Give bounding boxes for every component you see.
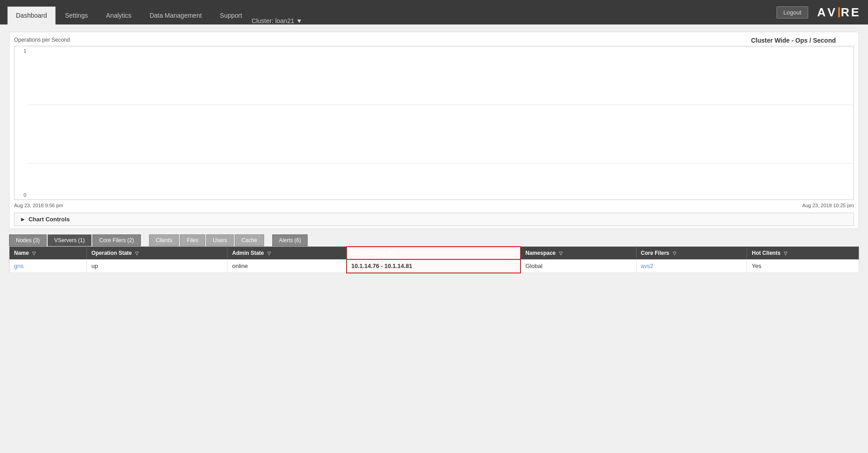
nav-tabs: Dashboard Settings Analytics Data Manage… [7, 0, 302, 24]
header-right: Logout A V R E [776, 5, 861, 19]
tab-core-filers[interactable]: Core Filers (2) [92, 234, 141, 246]
tab-users[interactable]: Users [206, 234, 234, 246]
tab-clients[interactable]: Clients [149, 234, 179, 246]
avere-logo: A V R E [817, 5, 861, 19]
chart-controls[interactable]: ► Chart Controls [14, 213, 854, 226]
col-operation-state: Operation State ▽ [87, 247, 227, 260]
cell-operation-state: up [87, 259, 227, 273]
chart-y-axis: 1 0 [14, 46, 27, 200]
col-name: Name ▽ [10, 247, 87, 260]
chevron-down-icon: ▼ [296, 17, 303, 24]
chart-controls-triangle-icon: ► [20, 216, 26, 223]
chart-wide-label: Cluster Wide - Ops / Second [751, 37, 836, 44]
core-filers-link[interactable]: avs2 [641, 263, 653, 269]
chart-section: Operations per Second Cluster Wide - Ops… [9, 32, 859, 229]
col-namespace: Namespace ▽ [521, 247, 636, 260]
col-admin-state: Admin State ▽ [227, 247, 347, 260]
cell-hot-clients: Yes [747, 259, 859, 273]
chart-area: 1 0 [14, 46, 854, 200]
tab-data-management[interactable]: Data Management [141, 6, 210, 24]
sort-name-icon[interactable]: ▽ [32, 251, 36, 256]
table-row: gns up online 10.1.14.76 - 10.1.14.81 Gl… [10, 259, 859, 273]
name-link[interactable]: gns [14, 263, 24, 269]
tab-cache[interactable]: Cache [235, 234, 264, 246]
table-section: Nodes (3) VServers (1) Core Filers (2) C… [9, 234, 859, 273]
chart-svg [27, 46, 854, 200]
chart-controls-label: Chart Controls [29, 216, 70, 223]
header: Dashboard Settings Analytics Data Manage… [0, 0, 868, 24]
sort-namespace-icon[interactable]: ▽ [559, 251, 563, 256]
sort-operation-state-icon[interactable]: ▽ [135, 251, 139, 256]
chart-title-row: Operations per Second Cluster Wide - Ops… [14, 37, 854, 44]
y-max: 1 [15, 48, 26, 54]
cluster-selector[interactable]: Cluster: loan21 ▼ [251, 17, 302, 24]
table-tabs: Nodes (3) VServers (1) Core Filers (2) C… [9, 234, 859, 246]
y-min: 0 [15, 192, 26, 198]
cell-core-filers: avs2 [636, 259, 747, 273]
tab-dashboard[interactable]: Dashboard [7, 6, 56, 24]
cell-client-facing-ips: 10.1.14.76 - 10.1.14.81 [347, 259, 521, 273]
tab-vservers[interactable]: VServers (1) [48, 234, 92, 246]
col-core-filers: Core Filers ▽ [636, 247, 747, 260]
tab-nodes[interactable]: Nodes (3) [9, 234, 47, 246]
col-client-facing-ips: Client Facing IPs [347, 247, 521, 260]
main-content: Operations per Second Cluster Wide - Ops… [0, 24, 868, 280]
cell-admin-state: online [227, 259, 347, 273]
cell-name: gns [10, 259, 87, 273]
chart-timestamps: Aug 23, 2018 9:56 pm Aug 23, 2018 10:25 … [14, 202, 854, 209]
tab-settings[interactable]: Settings [57, 6, 97, 24]
sort-core-filers-icon[interactable]: ▽ [673, 251, 676, 256]
cell-namespace: Global [521, 259, 636, 273]
logout-button[interactable]: Logout [776, 6, 808, 19]
tab-support[interactable]: Support [211, 6, 251, 24]
tab-alerts[interactable]: Alerts (6) [272, 234, 308, 246]
chart-time-start: Aug 23, 2018 9:56 pm [14, 203, 63, 208]
sort-admin-state-icon[interactable]: ▽ [267, 251, 271, 256]
table-header-row: Name ▽ Operation State ▽ Admin State ▽ C… [10, 247, 859, 260]
tab-analytics[interactable]: Analytics [97, 6, 140, 24]
tab-files[interactable]: Files [180, 234, 205, 246]
chart-time-end: Aug 23, 2018 10:25 pm [802, 203, 854, 208]
data-table: Name ▽ Operation State ▽ Admin State ▽ C… [9, 246, 859, 273]
logo-bar-icon [838, 7, 840, 17]
sort-hot-clients-icon[interactable]: ▽ [784, 251, 787, 256]
chart-label: Operations per Second [14, 37, 70, 43]
col-hot-clients: Hot Clients ▽ [747, 247, 859, 260]
